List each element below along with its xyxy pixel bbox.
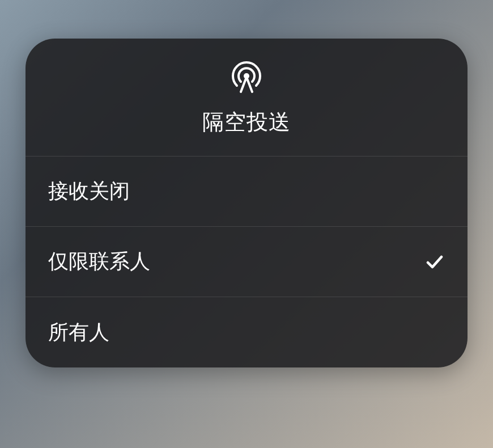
- option-everyone[interactable]: 所有人: [26, 297, 468, 367]
- option-receiving-off[interactable]: 接收关闭: [26, 157, 468, 227]
- panel-header: 隔空投送: [26, 39, 468, 157]
- option-label: 仅限联系人: [48, 248, 150, 276]
- option-label: 接收关闭: [48, 177, 130, 205]
- airdrop-icon: [228, 59, 265, 95]
- option-contacts-only[interactable]: 仅限联系人: [26, 227, 468, 297]
- airdrop-settings-panel: 隔空投送 接收关闭 仅限联系人 所有人: [26, 39, 468, 367]
- panel-title: 隔空投送: [202, 108, 291, 137]
- options-list: 接收关闭 仅限联系人 所有人: [26, 157, 468, 367]
- option-label: 所有人: [48, 319, 109, 346]
- check-icon: [424, 252, 445, 272]
